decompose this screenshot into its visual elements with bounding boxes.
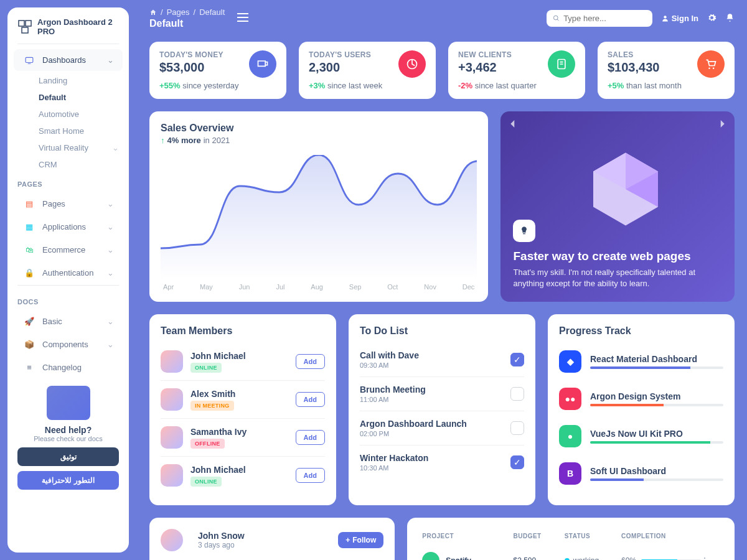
sidebar-divider	[17, 285, 119, 286]
todo-checkbox[interactable]	[510, 421, 524, 435]
sidebar-sub-landing[interactable]: Landing	[7, 72, 129, 89]
help-illustration	[47, 386, 90, 420]
sidebar-item-dashboards[interactable]: Dashboards ⌄	[14, 49, 123, 71]
sidebar-sub-virtual-reality[interactable]: Virtual Reality⌄	[7, 139, 129, 156]
breadcrumb-pages[interactable]: Pages	[167, 7, 190, 17]
svg-point-5	[664, 16, 666, 18]
home-icon[interactable]	[149, 9, 157, 16]
todo-checkbox[interactable]	[510, 387, 524, 401]
topbar: / Pages / Default Default Sign In	[149, 5, 735, 34]
chevron-down-icon: ⌄	[107, 55, 114, 65]
stat-card: SALES$103,430+5% than last month	[598, 42, 735, 99]
add-button[interactable]: Add	[296, 468, 325, 483]
lightbulb-icon	[513, 220, 535, 242]
help-title: Need help?	[17, 425, 119, 435]
sidebar-item-pages[interactable]: ▤Pages⌄	[14, 193, 123, 215]
progress-bar	[590, 404, 723, 406]
chevron-down-icon: ⌄	[107, 222, 114, 231]
breadcrumb-current: Default	[199, 7, 225, 17]
stat-delta: -2% since last quarter	[458, 81, 548, 90]
search-input[interactable]	[563, 14, 646, 23]
member-row: John MichaelONLINEAdd	[161, 457, 325, 494]
stat-label: TODAY'S USERS	[309, 50, 398, 59]
todo-row: Brunch Meeting11:00 AM	[360, 377, 524, 411]
status-badge: ONLINE	[190, 363, 222, 373]
svg-rect-0	[19, 21, 24, 26]
sidebar-sub-smart-home[interactable]: Smart Home	[7, 123, 129, 139]
main-content: / Pages / Default Default Sign In TODAY'…	[137, 0, 747, 560]
sidebar-section-docs: DOCS	[7, 291, 129, 309]
sidebar-divider	[17, 44, 119, 44]
sidebar-item-changelog[interactable]: ≡Changelog	[14, 357, 123, 378]
chevron-down-icon: ⌄	[107, 340, 114, 349]
spotify-icon	[422, 552, 439, 560]
sidebar: Argon Dashboard 2 PRO Dashboards ⌄ Landi…	[7, 7, 129, 553]
status-badge: IN MEETING	[190, 401, 234, 411]
sidebar-label-dashboards: Dashboards	[42, 55, 86, 65]
sidebar-sub-crm[interactable]: CRM	[7, 156, 129, 173]
sidebar-item-authentication[interactable]: 🔒Authentication⌄	[14, 262, 123, 284]
bag-icon: 🛍	[22, 245, 36, 254]
signin-link[interactable]: Sign In	[661, 14, 698, 23]
sidebar-item-components[interactable]: 📦Components⌄	[14, 334, 123, 355]
track-row: ●VueJs Now UI Kit PRO	[559, 418, 723, 455]
sidebar-sub-default[interactable]: Default	[7, 89, 129, 106]
promo-card[interactable]: Faster way to create web pages That's my…	[500, 111, 735, 302]
sidebar-item-basic[interactable]: 🚀Basic⌄	[14, 310, 123, 332]
list-icon: ≡	[22, 363, 36, 372]
carousel-next[interactable]	[718, 120, 726, 128]
member-row: Samantha IvyOFFLINEAdd	[161, 419, 325, 457]
team-title: Team Members	[161, 325, 325, 337]
bell-icon[interactable]	[725, 13, 735, 24]
track-name: VueJs Now UI Kit PRO	[590, 429, 723, 439]
stat-delta: +5% than last month	[608, 81, 697, 90]
carousel-prev[interactable]	[509, 120, 517, 128]
sidebar-item-ecommerce[interactable]: 🛍Ecommerce⌄	[14, 239, 123, 261]
upgrade-button[interactable]: التطور للاحترافية	[17, 471, 119, 490]
gear-icon[interactable]	[707, 13, 716, 24]
stat-value: +3,462	[458, 60, 548, 75]
avatar	[161, 529, 183, 551]
sales-chart	[161, 155, 477, 279]
member-row: Alex SmithIN MEETINGAdd	[161, 381, 325, 419]
brand-icon	[17, 18, 32, 35]
projects-card: PROJECT BUDGET STATUS COMPLETION Spotify…	[407, 518, 735, 560]
track-icon: B	[559, 462, 581, 485]
todo-checkbox[interactable]: ✓	[510, 455, 524, 469]
brand-logo[interactable]: Argon Dashboard 2 PRO	[7, 17, 129, 44]
progress-bar	[590, 366, 723, 369]
add-button[interactable]: Add	[296, 392, 325, 407]
project-row: Spotify $2,500 working 60% ⋮	[422, 546, 720, 560]
stat-delta: +3% since last week	[309, 81, 398, 90]
help-box: Need help? Please check our docs توثيق ا…	[17, 386, 119, 490]
todo-checkbox[interactable]: ✓	[510, 353, 524, 366]
track-name: React Material Dashboard	[590, 354, 723, 364]
sidebar-item-applications[interactable]: ▦Applications⌄	[14, 216, 123, 238]
promo-title: Faster way to create web pages	[513, 250, 722, 263]
rocket-icon: 🚀	[22, 317, 36, 326]
sidebar-sub-automotive[interactable]: Automotive	[7, 106, 129, 123]
add-button[interactable]: Add	[296, 430, 325, 445]
todo-row: Call with Dave09:30 AM✓	[360, 343, 524, 377]
sidebar-section-pages: PAGES	[7, 173, 129, 192]
add-button[interactable]: Add	[296, 354, 325, 369]
team-members-card: Team Members John MichaelONLINEAddAlex S…	[149, 314, 336, 505]
stat-label: NEW CLIENTS	[458, 50, 548, 59]
todo-row: Winter Hackaton10:30 AM✓	[360, 446, 524, 479]
arrow-up-icon: ↑	[161, 136, 165, 145]
stat-icon	[697, 50, 725, 78]
menu-toggle-icon[interactable]	[237, 13, 248, 24]
search-input-wrapper[interactable]	[547, 10, 652, 27]
chart-x-labels: AprMayJunJulAugSepOctNovDec	[161, 283, 477, 291]
svg-rect-1	[26, 21, 31, 26]
svg-rect-2	[22, 27, 28, 33]
more-menu-icon[interactable]: ⋮	[701, 556, 720, 560]
member-name: John Michael	[190, 351, 296, 361]
todo-name: Call with Dave	[360, 350, 510, 360]
todo-name: Brunch Meeting	[360, 385, 510, 394]
follow-button[interactable]: +Follow	[338, 532, 383, 548]
member-name: Alex Smith	[190, 389, 296, 399]
post-card: John Snow 3 days ago +Follow Personal pr…	[149, 518, 395, 560]
stat-value: $53,000	[159, 60, 249, 75]
docs-button[interactable]: توثيق	[17, 447, 119, 466]
